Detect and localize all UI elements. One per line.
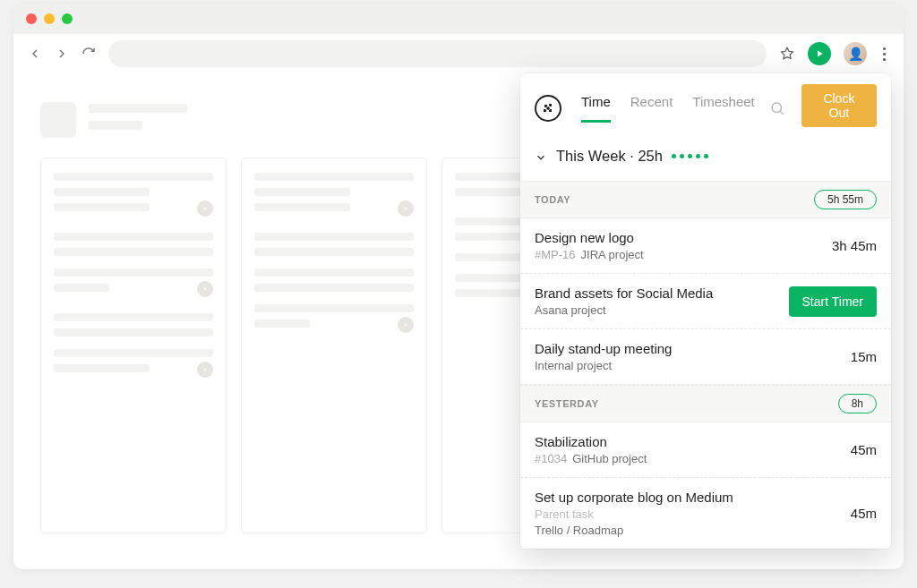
clock-out-button[interactable]: Clock Out — [801, 84, 877, 127]
entry-duration: 3h 45m — [832, 238, 877, 253]
entry-subtitle: #MP-16JIRA project — [535, 248, 644, 261]
entry-title: Design new logo — [535, 230, 644, 245]
maximize-window-icon[interactable] — [62, 13, 73, 24]
browser-toolbar: 👤 — [13, 34, 904, 73]
tab-time[interactable]: Time — [581, 94, 611, 123]
time-entry[interactable]: Design new logo #MP-16JIRA project 3h 45… — [520, 218, 891, 274]
reload-button[interactable] — [81, 47, 96, 61]
entry-subtitle: Parent task — [535, 507, 733, 521]
browser-menu-button[interactable] — [879, 47, 889, 61]
week-day-indicators — [672, 154, 708, 158]
play-icon — [398, 200, 414, 217]
board-column — [40, 158, 227, 533]
week-summary-text: This Week · 25h — [556, 148, 663, 165]
window-titlebar — [13, 4, 904, 34]
section-label: TODAY — [535, 194, 570, 205]
week-summary-row[interactable]: This Week · 25h — [520, 132, 891, 181]
entry-title: Daily stand-up meeting — [535, 341, 672, 356]
time-tracker-panel: Time Recent Timesheet Clock Out This Wee… — [520, 73, 891, 549]
play-icon — [398, 317, 414, 333]
window-controls[interactable] — [26, 13, 73, 24]
entry-title: Stabilization — [535, 434, 647, 449]
search-icon[interactable] — [769, 100, 785, 116]
time-entry[interactable]: Daily stand-up meeting Internal project … — [520, 329, 891, 385]
entry-subtitle: Asana project — [535, 303, 713, 317]
profile-avatar[interactable]: 👤 — [844, 42, 867, 65]
section-total-pill: 8h — [838, 394, 877, 413]
bookmark-icon[interactable] — [779, 46, 795, 62]
entry-subtitle: Internal project — [535, 359, 672, 372]
app-logo-icon — [535, 95, 561, 122]
board-column — [241, 158, 427, 533]
entry-title: Brand assets for Social Media — [535, 285, 713, 301]
chevron-down-icon — [535, 150, 547, 163]
tab-timesheet[interactable]: Timesheet — [692, 94, 754, 123]
tab-recent[interactable]: Recent — [630, 94, 673, 123]
entry-duration: 45m — [851, 442, 877, 457]
minimize-window-icon[interactable] — [44, 13, 55, 24]
time-entry[interactable]: Set up corporate blog on Medium Parent t… — [520, 478, 891, 549]
address-bar[interactable] — [108, 40, 767, 67]
section-total-pill: 5h 55m — [814, 190, 877, 209]
back-button[interactable] — [28, 47, 42, 61]
entry-duration: 45m — [851, 506, 877, 521]
entry-title: Set up corporate blog on Medium — [535, 490, 733, 505]
svg-point-0 — [772, 103, 782, 113]
section-label: YESTERDAY — [535, 398, 599, 409]
time-entry[interactable]: Brand assets for Social Media Asana proj… — [520, 274, 891, 329]
section-header-today: TODAY 5h 55m — [520, 181, 891, 218]
forward-button[interactable] — [55, 47, 69, 61]
panel-header: Time Recent Timesheet Clock Out — [520, 73, 891, 132]
entry-duration: 15m — [851, 349, 877, 364]
panel-tabs: Time Recent Timesheet — [581, 94, 755, 123]
extension-play-button[interactable] — [808, 42, 831, 65]
play-icon — [197, 362, 213, 378]
time-entry[interactable]: Stabilization #1034GitHub project 45m — [520, 422, 891, 478]
start-timer-button[interactable]: Start Timer — [789, 286, 877, 317]
play-icon — [197, 281, 213, 297]
browser-window: 👤 — [13, 4, 904, 569]
entry-project: Trello / Roadmap — [535, 524, 733, 537]
close-window-icon[interactable] — [26, 13, 37, 24]
skeleton-title — [89, 102, 187, 130]
entry-subtitle: #1034GitHub project — [535, 452, 647, 465]
play-icon — [197, 200, 213, 217]
section-header-yesterday: YESTERDAY 8h — [520, 385, 891, 422]
skeleton-avatar — [40, 102, 76, 138]
